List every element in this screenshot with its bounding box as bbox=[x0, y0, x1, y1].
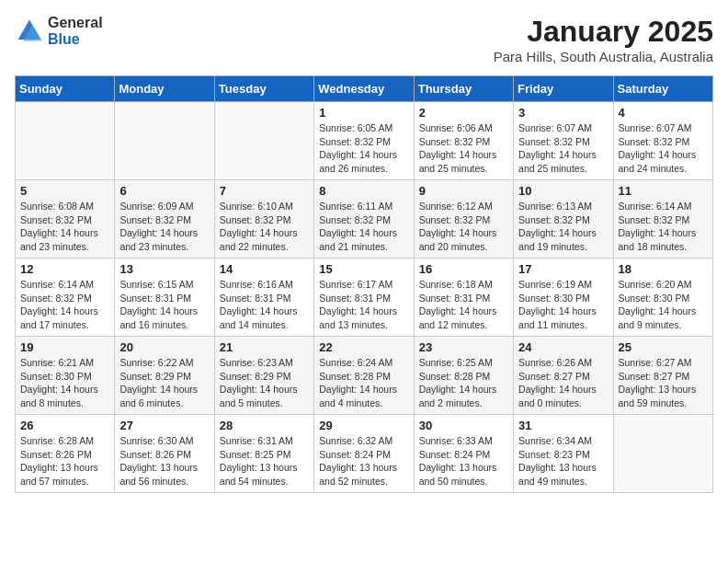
day-info: Sunrise: 6:34 AM Sunset: 8:23 PM Dayligh… bbox=[518, 434, 608, 488]
day-info: Sunrise: 6:07 AM Sunset: 8:32 PM Dayligh… bbox=[619, 121, 708, 176]
day-info: Sunrise: 6:14 AM Sunset: 8:32 PM Dayligh… bbox=[619, 200, 708, 254]
day-number: 10 bbox=[518, 184, 608, 198]
logo-general: General bbox=[48, 15, 103, 31]
calendar-cell: 24Sunrise: 6:26 AM Sunset: 8:27 PM Dayli… bbox=[514, 337, 613, 415]
calendar-week-row: 26Sunrise: 6:28 AM Sunset: 8:26 PM Dayli… bbox=[16, 415, 713, 493]
day-number: 20 bbox=[119, 340, 209, 354]
day-number: 15 bbox=[319, 262, 408, 276]
day-info: Sunrise: 6:10 AM Sunset: 8:32 PM Dayligh… bbox=[220, 200, 309, 254]
calendar-cell: 30Sunrise: 6:33 AM Sunset: 8:24 PM Dayli… bbox=[414, 415, 513, 493]
day-info: Sunrise: 6:14 AM Sunset: 8:32 PM Dayligh… bbox=[20, 278, 109, 332]
calendar-cell: 12Sunrise: 6:14 AM Sunset: 8:32 PM Dayli… bbox=[16, 259, 115, 337]
day-info: Sunrise: 6:23 AM Sunset: 8:29 PM Dayligh… bbox=[220, 356, 309, 410]
calendar-cell: 17Sunrise: 6:19 AM Sunset: 8:30 PM Dayli… bbox=[514, 259, 613, 337]
day-number: 8 bbox=[319, 184, 408, 198]
day-info: Sunrise: 6:05 AM Sunset: 8:32 PM Dayligh… bbox=[319, 121, 408, 176]
day-info: Sunrise: 6:24 AM Sunset: 8:28 PM Dayligh… bbox=[319, 356, 408, 410]
calendar-cell: 1Sunrise: 6:05 AM Sunset: 8:32 PM Daylig… bbox=[314, 102, 414, 180]
day-number: 3 bbox=[518, 106, 608, 120]
day-info: Sunrise: 6:20 AM Sunset: 8:30 PM Dayligh… bbox=[619, 278, 708, 332]
day-info: Sunrise: 6:07 AM Sunset: 8:32 PM Dayligh… bbox=[518, 121, 608, 176]
day-info: Sunrise: 6:33 AM Sunset: 8:24 PM Dayligh… bbox=[419, 434, 508, 488]
calendar-table: SundayMondayTuesdayWednesdayThursdayFrid… bbox=[15, 75, 713, 493]
calendar-cell: 8Sunrise: 6:11 AM Sunset: 8:32 PM Daylig… bbox=[314, 180, 414, 259]
day-number: 16 bbox=[419, 262, 508, 276]
day-number: 11 bbox=[619, 184, 708, 198]
day-header-wednesday: Wednesday bbox=[314, 76, 414, 102]
day-info: Sunrise: 6:32 AM Sunset: 8:24 PM Dayligh… bbox=[319, 434, 408, 488]
calendar-cell: 21Sunrise: 6:23 AM Sunset: 8:29 PM Dayli… bbox=[214, 337, 313, 415]
day-info: Sunrise: 6:06 AM Sunset: 8:32 PM Dayligh… bbox=[419, 121, 508, 176]
day-info: Sunrise: 6:19 AM Sunset: 8:30 PM Dayligh… bbox=[518, 278, 608, 332]
day-info: Sunrise: 6:11 AM Sunset: 8:32 PM Dayligh… bbox=[319, 200, 408, 254]
calendar-cell: 2Sunrise: 6:06 AM Sunset: 8:32 PM Daylig… bbox=[414, 102, 513, 180]
calendar-week-row: 1Sunrise: 6:05 AM Sunset: 8:32 PM Daylig… bbox=[16, 102, 713, 180]
day-number: 18 bbox=[619, 262, 708, 276]
day-header-sunday: Sunday bbox=[16, 76, 115, 102]
calendar-cell: 7Sunrise: 6:10 AM Sunset: 8:32 PM Daylig… bbox=[214, 180, 313, 259]
day-info: Sunrise: 6:18 AM Sunset: 8:31 PM Dayligh… bbox=[419, 278, 508, 332]
day-number: 30 bbox=[419, 419, 508, 432]
calendar-week-row: 19Sunrise: 6:21 AM Sunset: 8:30 PM Dayli… bbox=[16, 337, 713, 415]
calendar-cell: 6Sunrise: 6:09 AM Sunset: 8:32 PM Daylig… bbox=[115, 180, 214, 259]
day-number: 9 bbox=[419, 184, 508, 198]
day-number: 7 bbox=[220, 184, 309, 198]
page-header: General Blue January 2025 Para Hills, So… bbox=[15, 15, 713, 64]
day-number: 29 bbox=[319, 419, 408, 432]
day-info: Sunrise: 6:31 AM Sunset: 8:25 PM Dayligh… bbox=[220, 434, 309, 488]
calendar-cell bbox=[214, 102, 313, 180]
day-info: Sunrise: 6:26 AM Sunset: 8:27 PM Dayligh… bbox=[518, 356, 608, 410]
day-number: 21 bbox=[220, 340, 309, 354]
calendar-cell: 18Sunrise: 6:20 AM Sunset: 8:30 PM Dayli… bbox=[613, 259, 712, 337]
day-number: 23 bbox=[419, 340, 508, 354]
day-number: 14 bbox=[220, 262, 309, 276]
calendar-cell: 27Sunrise: 6:30 AM Sunset: 8:26 PM Dayli… bbox=[115, 415, 214, 493]
day-number: 26 bbox=[20, 419, 109, 432]
day-number: 5 bbox=[20, 184, 109, 198]
calendar-cell: 26Sunrise: 6:28 AM Sunset: 8:26 PM Dayli… bbox=[16, 415, 115, 493]
calendar-cell bbox=[16, 102, 115, 180]
logo: General Blue bbox=[15, 15, 103, 47]
day-number: 19 bbox=[20, 340, 109, 354]
calendar-cell: 11Sunrise: 6:14 AM Sunset: 8:32 PM Dayli… bbox=[613, 180, 712, 259]
title-block: January 2025 Para Hills, South Australia… bbox=[494, 15, 713, 64]
logo-text: General Blue bbox=[48, 15, 103, 47]
calendar-cell bbox=[115, 102, 214, 180]
calendar-cell: 15Sunrise: 6:17 AM Sunset: 8:31 PM Dayli… bbox=[314, 259, 414, 337]
day-info: Sunrise: 6:09 AM Sunset: 8:32 PM Dayligh… bbox=[119, 200, 209, 254]
calendar-cell: 5Sunrise: 6:08 AM Sunset: 8:32 PM Daylig… bbox=[16, 180, 115, 259]
day-header-tuesday: Tuesday bbox=[214, 76, 313, 102]
day-header-saturday: Saturday bbox=[613, 76, 712, 102]
calendar-week-row: 12Sunrise: 6:14 AM Sunset: 8:32 PM Dayli… bbox=[16, 259, 713, 337]
day-number: 2 bbox=[419, 106, 508, 120]
day-header-thursday: Thursday bbox=[414, 76, 513, 102]
day-number: 25 bbox=[619, 340, 708, 354]
day-number: 27 bbox=[119, 419, 209, 432]
day-number: 13 bbox=[119, 262, 209, 276]
calendar-cell: 31Sunrise: 6:34 AM Sunset: 8:23 PM Dayli… bbox=[514, 415, 613, 493]
day-info: Sunrise: 6:30 AM Sunset: 8:26 PM Dayligh… bbox=[119, 434, 209, 488]
day-number: 12 bbox=[20, 262, 109, 276]
calendar-cell: 25Sunrise: 6:27 AM Sunset: 8:27 PM Dayli… bbox=[613, 337, 712, 415]
day-number: 24 bbox=[518, 340, 608, 354]
calendar-cell: 23Sunrise: 6:25 AM Sunset: 8:28 PM Dayli… bbox=[414, 337, 513, 415]
day-info: Sunrise: 6:16 AM Sunset: 8:31 PM Dayligh… bbox=[220, 278, 309, 332]
day-info: Sunrise: 6:08 AM Sunset: 8:32 PM Dayligh… bbox=[20, 200, 109, 254]
day-info: Sunrise: 6:12 AM Sunset: 8:32 PM Dayligh… bbox=[419, 200, 508, 254]
calendar-cell: 4Sunrise: 6:07 AM Sunset: 8:32 PM Daylig… bbox=[613, 102, 712, 180]
month-title: January 2025 bbox=[494, 15, 713, 49]
day-info: Sunrise: 6:21 AM Sunset: 8:30 PM Dayligh… bbox=[20, 356, 109, 410]
location-subtitle: Para Hills, South Australia, Australia bbox=[494, 49, 713, 64]
logo-icon bbox=[15, 17, 44, 46]
calendar-cell: 9Sunrise: 6:12 AM Sunset: 8:32 PM Daylig… bbox=[414, 180, 513, 259]
day-info: Sunrise: 6:28 AM Sunset: 8:26 PM Dayligh… bbox=[20, 434, 109, 488]
day-header-monday: Monday bbox=[115, 76, 214, 102]
day-number: 1 bbox=[319, 106, 408, 120]
calendar-cell: 22Sunrise: 6:24 AM Sunset: 8:28 PM Dayli… bbox=[314, 337, 414, 415]
calendar-cell: 16Sunrise: 6:18 AM Sunset: 8:31 PM Dayli… bbox=[414, 259, 513, 337]
calendar-cell: 20Sunrise: 6:22 AM Sunset: 8:29 PM Dayli… bbox=[115, 337, 214, 415]
calendar-cell: 29Sunrise: 6:32 AM Sunset: 8:24 PM Dayli… bbox=[314, 415, 414, 493]
calendar-cell: 3Sunrise: 6:07 AM Sunset: 8:32 PM Daylig… bbox=[514, 102, 613, 180]
day-info: Sunrise: 6:17 AM Sunset: 8:31 PM Dayligh… bbox=[319, 278, 408, 332]
calendar-cell bbox=[613, 415, 712, 493]
